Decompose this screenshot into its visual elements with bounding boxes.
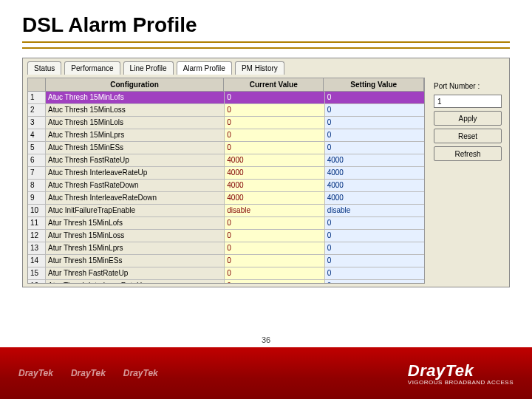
col-number bbox=[28, 78, 46, 91]
row-config: Atuc InitFailureTrapEnable bbox=[46, 205, 225, 216]
port-number-label: Port Number : bbox=[434, 81, 502, 92]
table-row[interactable]: 10Atuc InitFailureTrapEnabledisabledisab… bbox=[28, 205, 424, 217]
table-row[interactable]: 6Atuc Thresh FastRateUp40004000 bbox=[28, 154, 424, 167]
row-number: 10 bbox=[28, 205, 46, 216]
table-row[interactable]: 2Atuc Thresh 15MinLoss00 bbox=[28, 104, 424, 117]
row-setting[interactable]: 4000 bbox=[325, 154, 424, 166]
title-underline-2 bbox=[22, 47, 510, 49]
brand-small-2: DrayTek bbox=[71, 368, 106, 378]
row-setting[interactable]: 0 bbox=[325, 142, 424, 154]
table-row[interactable]: 14Atur Thresh 15MinESs00 bbox=[28, 255, 424, 267]
row-current: 0 bbox=[225, 280, 324, 284]
row-number: 1 bbox=[28, 92, 46, 103]
tab-status[interactable]: Status bbox=[27, 61, 61, 75]
row-current: 0 bbox=[225, 117, 324, 129]
table-row[interactable]: 1Atuc Thresh 15MinLofs00 bbox=[28, 92, 424, 104]
table-row[interactable]: 3Atuc Thresh 15MinLols00 bbox=[28, 117, 424, 129]
tab-line-profile[interactable]: Line Profile bbox=[123, 61, 174, 75]
row-setting[interactable]: disable bbox=[325, 205, 424, 216]
row-config: Atur Thresh 15MinLprs bbox=[46, 242, 225, 254]
row-current: 0 bbox=[225, 129, 324, 141]
row-current: 0 bbox=[225, 242, 324, 254]
table-row[interactable]: 11Atur Thresh 15MinLofs00 bbox=[28, 217, 424, 230]
config-table: Configuration Current Value Setting Valu… bbox=[27, 78, 425, 284]
reset-button[interactable]: Reset bbox=[434, 129, 502, 143]
row-number: 13 bbox=[28, 242, 46, 254]
row-setting[interactable]: 0 bbox=[325, 230, 424, 242]
row-config: Atuc Thresh FastRateUp bbox=[46, 154, 225, 166]
port-number-input[interactable] bbox=[434, 95, 502, 108]
row-number: 3 bbox=[28, 117, 46, 129]
table-row[interactable]: 9Atuc Thresh InterleaveRateDown40004000 bbox=[28, 192, 424, 205]
alarm-profile-panel: StatusPerformanceLine ProfileAlarm Profi… bbox=[22, 58, 510, 287]
row-number: 7 bbox=[28, 167, 46, 179]
row-setting[interactable]: 0 bbox=[325, 217, 424, 229]
row-current: disable bbox=[225, 205, 324, 216]
tab-alarm-profile[interactable]: Alarm Profile bbox=[177, 61, 232, 75]
brand-logo: DrayTek bbox=[408, 361, 514, 381]
row-current: 4000 bbox=[225, 192, 324, 204]
row-current: 0 bbox=[225, 92, 324, 103]
row-setting[interactable]: 0 bbox=[325, 267, 424, 279]
row-number: 11 bbox=[28, 217, 46, 229]
row-setting[interactable]: 0 bbox=[325, 280, 424, 284]
row-config: Atuc Thresh 15MinLofs bbox=[46, 92, 225, 103]
row-setting[interactable]: 4000 bbox=[325, 167, 424, 179]
row-current: 0 bbox=[225, 255, 324, 267]
panel-content: Configuration Current Value Setting Valu… bbox=[23, 75, 509, 287]
table-row[interactable]: 4Atuc Thresh 15MinLprs00 bbox=[28, 129, 424, 142]
brand-tagline: VIGOROUS BROADBAND ACCESS bbox=[408, 379, 514, 386]
row-number: 12 bbox=[28, 230, 46, 242]
row-number: 4 bbox=[28, 129, 46, 141]
row-number: 5 bbox=[28, 142, 46, 154]
row-setting[interactable]: 0 bbox=[325, 242, 424, 254]
table-row[interactable]: 16Atur Thresh InterleaveRateUp00 bbox=[28, 280, 424, 284]
brand-small-1: DrayTek bbox=[18, 368, 53, 378]
row-config: Atur Thresh 15MinESs bbox=[46, 255, 225, 267]
col-setting-value: Setting Value bbox=[324, 78, 424, 91]
page-title: DSL Alarm Profile bbox=[0, 0, 532, 41]
row-setting[interactable]: 0 bbox=[325, 129, 424, 141]
table-row[interactable]: 15Atur Thresh FastRateUp00 bbox=[28, 267, 424, 280]
row-number: 15 bbox=[28, 267, 46, 279]
row-setting[interactable]: 0 bbox=[325, 92, 424, 103]
brand-small-3: DrayTek bbox=[123, 368, 158, 378]
table-row[interactable]: 5Atuc Thresh 15MinESs00 bbox=[28, 142, 424, 154]
row-current: 0 bbox=[225, 267, 324, 279]
row-config: Atur Thresh InterleaveRateUp bbox=[46, 280, 225, 284]
row-setting[interactable]: 4000 bbox=[325, 192, 424, 204]
tab-performance[interactable]: Performance bbox=[64, 61, 120, 75]
row-current: 4000 bbox=[225, 154, 324, 166]
brand-watermarks: DrayTek DrayTek DrayTek bbox=[18, 368, 158, 378]
row-number: 6 bbox=[28, 154, 46, 166]
row-current: 0 bbox=[225, 217, 324, 229]
row-config: Atur Thresh 15MinLofs bbox=[46, 217, 225, 229]
row-config: Atur Thresh 15MinLoss bbox=[46, 230, 225, 242]
row-setting[interactable]: 0 bbox=[325, 255, 424, 267]
table-row[interactable]: 12Atur Thresh 15MinLoss00 bbox=[28, 230, 424, 242]
row-number: 14 bbox=[28, 255, 46, 267]
row-number: 8 bbox=[28, 180, 46, 191]
table-row[interactable]: 7Atuc Thresh InterleaveRateUp40004000 bbox=[28, 167, 424, 180]
row-current: 0 bbox=[225, 104, 324, 116]
page-number: 36 bbox=[262, 335, 270, 344]
table-row[interactable]: 8Atuc Thresh FastRateDown40004000 bbox=[28, 180, 424, 192]
row-setting[interactable]: 0 bbox=[325, 117, 424, 129]
apply-button[interactable]: Apply bbox=[434, 111, 502, 126]
tab-pm-history[interactable]: PM History bbox=[235, 61, 284, 75]
row-setting[interactable]: 0 bbox=[325, 104, 424, 116]
row-setting[interactable]: 4000 bbox=[325, 180, 424, 191]
table-header: Configuration Current Value Setting Valu… bbox=[27, 78, 425, 92]
row-config: Atuc Thresh InterleaveRateUp bbox=[46, 167, 225, 179]
brand-tek: Tek bbox=[446, 361, 474, 380]
row-config: Atuc Thresh 15MinESs bbox=[46, 142, 225, 154]
side-panel: Port Number : Apply Reset Refresh bbox=[431, 78, 505, 164]
table-row[interactable]: 13Atur Thresh 15MinLprs00 bbox=[28, 242, 424, 255]
row-current: 4000 bbox=[225, 180, 324, 191]
row-number: 2 bbox=[28, 104, 46, 116]
table-body: 1Atuc Thresh 15MinLofs002Atuc Thresh 15M… bbox=[27, 92, 425, 284]
row-config: Atuc Thresh 15MinLols bbox=[46, 117, 225, 129]
brand-logo-block: DrayTek VIGOROUS BROADBAND ACCESS bbox=[408, 361, 514, 386]
refresh-button[interactable]: Refresh bbox=[434, 146, 502, 161]
row-config: Atuc Thresh 15MinLprs bbox=[46, 129, 225, 141]
